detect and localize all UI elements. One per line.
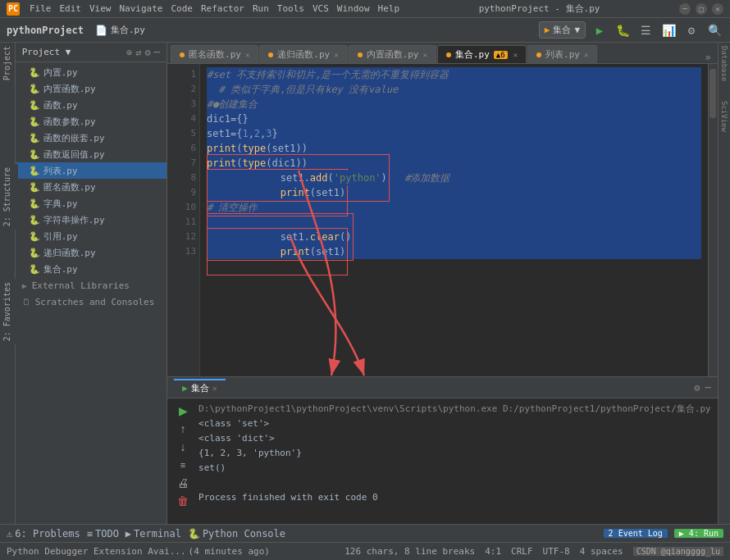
python-console-button[interactable]: 🐍 Python Console (188, 528, 285, 540)
collapse-icon[interactable]: ─ (705, 382, 710, 394)
scroll-up-button[interactable]: ↑ (176, 421, 190, 436)
menu-bar[interactable]: File Edit View Navigate Code Refactor Ru… (30, 3, 399, 14)
scrollbar-area[interactable] (708, 64, 718, 376)
tab-label: 列表.py (545, 48, 580, 61)
menu-vcs[interactable]: VCS (313, 3, 329, 14)
sciview-label[interactable]: SciView (720, 101, 728, 132)
add-icon[interactable]: ⊕ (126, 47, 132, 58)
menu-edit[interactable]: Edit (60, 3, 82, 14)
todo-button[interactable]: ≡ TODO (87, 528, 119, 540)
menu-tools[interactable]: Tools (277, 3, 304, 14)
tab-close[interactable]: ✕ (584, 51, 588, 59)
coverage-button[interactable]: ☰ (636, 21, 655, 39)
tree-item-neizhihanshu[interactable]: 🐍 内置函数.py (16, 80, 167, 97)
py-icon: 🐍 (29, 231, 40, 242)
scrollbar-thumb[interactable] (709, 69, 716, 118)
tab-close[interactable]: ✕ (245, 51, 249, 59)
tree-item-hanshu[interactable]: 🐍 函数.py (16, 97, 167, 113)
problems-button[interactable]: ⚠ 6: Problems (7, 528, 80, 540)
restart-button[interactable]: ▶ (176, 403, 190, 418)
settings-button[interactable]: ⚙ (682, 21, 700, 39)
window-controls[interactable]: ─ □ ✕ (679, 3, 723, 15)
menu-window[interactable]: Window (337, 3, 370, 14)
tab-overflow-button[interactable]: » (701, 52, 714, 63)
maximize-button[interactable]: □ (696, 3, 707, 15)
tree-item-hanshu-canshu[interactable]: 🐍 函数参数.py (16, 113, 167, 130)
tab-neizhi[interactable]: 内置函数.py ✕ (349, 45, 436, 63)
warning-badge: ▲6 (494, 51, 508, 59)
search-button[interactable]: 🔍 (705, 21, 723, 39)
encoding-status[interactable]: UTF-8 (543, 546, 570, 557)
tree-item-scratches[interactable]: 🗒 Scratches and Consoles (16, 294, 167, 310)
position-text: 4:1 (485, 546, 501, 557)
menu-view[interactable]: View (89, 3, 112, 14)
problems-label: 6: Problems (15, 528, 80, 540)
tree-item-hanshu-fanhuizhi[interactable]: 🐍 函数返回值.py (16, 146, 167, 162)
crlf-status[interactable]: CRLF (511, 546, 533, 557)
tab-liebiao[interactable]: 列表.py ✕ (527, 45, 597, 63)
code-line-13: print(set1) (207, 244, 701, 259)
tree-item-yinyong[interactable]: 🐍 引用.py (16, 228, 167, 244)
bottom-panel-icons[interactable]: ⚙ ─ (694, 382, 710, 394)
sync-icon[interactable]: ⇄ (135, 47, 141, 58)
menu-navigate[interactable]: Navigate (120, 3, 163, 14)
run-button[interactable]: ▶ (591, 21, 609, 39)
tab-close[interactable]: ✕ (513, 51, 518, 59)
database-label[interactable]: Database (720, 46, 728, 81)
run-side-buttons: ▶ ↑ ↓ ≡ 🖨 🗑 (174, 402, 192, 521)
print-button[interactable]: 🖨 (176, 476, 190, 490)
tree-item-label: 列表.py (43, 165, 78, 177)
tab-close[interactable]: ✕ (423, 51, 427, 59)
minimize-button[interactable]: ─ (679, 3, 691, 15)
run-config-selector[interactable]: ▶ 集合 ▼ (539, 21, 586, 39)
tab-close[interactable]: ✕ (334, 51, 338, 59)
tab-digui[interactable]: 递归函数.py ✕ (259, 45, 347, 63)
code-content[interactable]: #set 不支持索引和切片,是一个无需的不重复得到容器 # 类似于字典,但是只有… (200, 64, 708, 376)
profile-button[interactable]: 📊 (659, 21, 678, 39)
tree-item-liebiao[interactable]: 🐍 列表.py (16, 162, 167, 179)
run-tab[interactable]: ▶ 集合 ✕ (174, 379, 226, 397)
tab-jihe[interactable]: 集合.py ▲6 ✕ (437, 45, 527, 63)
spaces-status[interactable]: 4 spaces (580, 546, 623, 557)
debug-button[interactable]: 🐛 (614, 21, 632, 39)
boxed-code-1: set1.add('python') (207, 154, 390, 202)
bottom-tabs: ▶ 集合 ✕ ⚙ ─ (167, 377, 718, 398)
run-4-button[interactable]: ▶ 4: Run (674, 529, 723, 538)
tree-item-neizhi[interactable]: 🐍 内置.py (16, 64, 167, 80)
wrap-button[interactable]: ≡ (176, 458, 190, 472)
file-icon: 📄 (95, 25, 107, 36)
scroll-down-button[interactable]: ↓ (176, 439, 190, 454)
position-status[interactable]: 4:1 (485, 546, 501, 557)
todo-icon: ≡ (87, 528, 93, 540)
event-log-button[interactable]: 2 Event Log (604, 529, 668, 538)
menu-refactor[interactable]: Refactor (201, 3, 244, 14)
editor-tabs: 匿名函数.py ✕ 递归函数.py ✕ 内置函数.py ✕ 集合.py ▲6 ✕ (167, 43, 718, 64)
menu-file[interactable]: File (30, 3, 52, 14)
tree-item-zifuchuan[interactable]: 🐍 字符串操作.py (16, 212, 167, 228)
close-button[interactable]: ✕ (712, 3, 723, 15)
tree-item-external[interactable]: ▶ External Libraries (16, 277, 167, 294)
terminal-button[interactable]: ▶ Terminal (125, 528, 181, 540)
terminal-label: Terminal (134, 528, 181, 540)
code-line-3: #●创建集合 (207, 97, 701, 112)
tab-niming[interactable]: 匿名函数.py ✕ (171, 45, 258, 63)
tree-item-zidian[interactable]: 🐍 字典.py (16, 195, 167, 212)
tree-item-jihe[interactable]: 🐍 集合.py (16, 261, 167, 277)
bottom-panel: ▶ 集合 ✕ ⚙ ─ ▶ ↑ ↓ ≡ 🖨 🗑 (167, 376, 718, 524)
stop-button[interactable]: 🗑 (176, 494, 190, 508)
menu-help[interactable]: Help (378, 3, 400, 14)
gear-icon[interactable]: ⚙ (145, 47, 151, 58)
menu-code[interactable]: Code (171, 3, 193, 14)
panel-minimize-icon[interactable]: ─ (154, 47, 160, 58)
project-tab-label[interactable]: Project (2, 46, 11, 80)
favorites-tab[interactable]: 2: Favorites (0, 279, 18, 344)
tree-item-hanshu-qiantao[interactable]: 🐍 函数的嵌套.py (16, 130, 167, 146)
run-tab-close[interactable]: ✕ (212, 384, 217, 393)
structure-tab[interactable]: 2: Structure (0, 164, 18, 230)
tree-item-niming[interactable]: 🐍 匿名函数.py (16, 179, 167, 195)
panel-header-icons[interactable]: ⊕ ⇄ ⚙ ─ (126, 47, 160, 58)
settings-icon[interactable]: ⚙ (694, 382, 700, 394)
tree-item-digui[interactable]: 🐍 递归函数.py (16, 244, 167, 261)
menu-run[interactable]: Run (253, 3, 269, 14)
toolbar: pythonProject 📄 集合.py ▶ 集合 ▼ ▶ 🐛 ☰ 📊 ⚙ 🔍 (0, 18, 730, 43)
